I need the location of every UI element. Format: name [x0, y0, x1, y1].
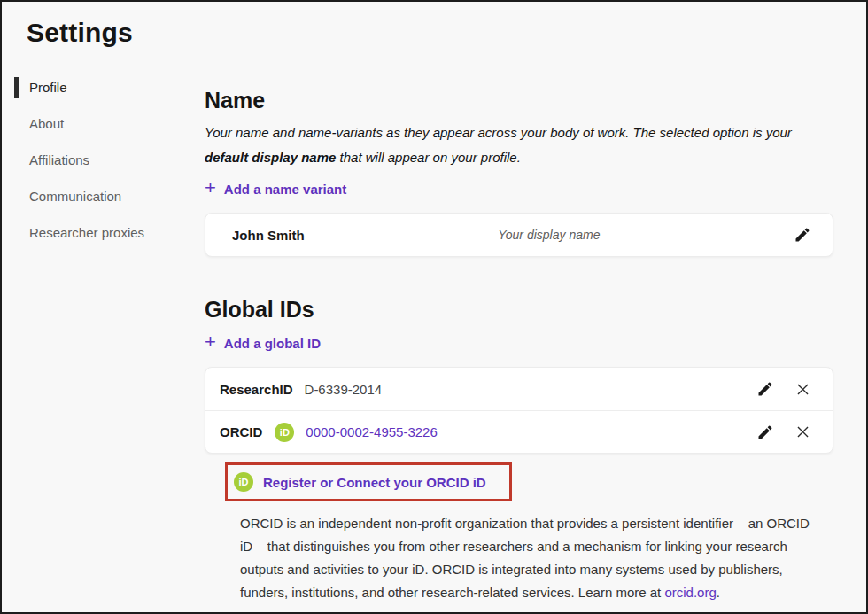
sidebar-item-researcher-proxies[interactable]: Researcher proxies [14, 214, 205, 251]
global-id-label: ResearchID [220, 382, 293, 397]
orcid-description-text: ORCID is an independent non-profit organ… [240, 516, 810, 600]
plus-icon: + [205, 180, 216, 196]
sidebar-item-profile[interactable]: Profile [14, 69, 205, 105]
orcid-badge-text: iD [280, 427, 290, 438]
add-global-id-link[interactable]: + Add a global ID [205, 335, 321, 351]
register-orcid-link[interactable]: Register or Connect your ORCID iD [263, 475, 486, 490]
name-section-description: Your name and name-variants as they appe… [205, 120, 833, 170]
orcid-description-text: . [717, 585, 720, 600]
orcid-description: ORCID is an independent non-profit organ… [240, 512, 825, 604]
sidebar-item-label: Profile [29, 80, 67, 95]
global-id-row-orcid: ORCID iD 0000-0002-4955-3226 [205, 410, 833, 453]
add-name-variant-label: Add a name variant [224, 182, 346, 197]
orcid-id-icon: iD [234, 472, 253, 492]
settings-main: Name Your name and name-variants as they… [205, 69, 866, 604]
settings-page: Settings Profile About Affiliations Comm… [0, 0, 868, 614]
pencil-icon [756, 424, 774, 441]
add-global-id-label: Add a global ID [224, 336, 321, 351]
row-actions [756, 380, 811, 398]
orcid-org-link[interactable]: orcid.org [664, 585, 716, 600]
description-text: that will appear on your profile. [336, 150, 520, 165]
display-name-card: John Smith Your display name [205, 213, 833, 257]
global-id-row-researchid: ResearchID D-6339-2014 [205, 368, 833, 410]
edit-orcid-button[interactable] [756, 424, 774, 441]
display-name-value: John Smith [232, 228, 305, 243]
add-name-variant-link[interactable]: + Add a name variant [205, 181, 346, 197]
edit-name-button[interactable] [794, 226, 811, 244]
pencil-icon [756, 380, 774, 398]
edit-researchid-button[interactable] [756, 380, 774, 398]
close-icon [794, 424, 811, 440]
close-icon [794, 381, 811, 398]
pencil-icon [794, 226, 811, 244]
sidebar-item-label: Researcher proxies [29, 225, 144, 240]
description-text: Your name and name-variants as they appe… [205, 125, 792, 140]
page-title: Settings [27, 14, 866, 51]
sidebar-item-affiliations[interactable]: Affiliations [14, 142, 205, 178]
settings-layout: Profile About Affiliations Communication… [2, 69, 866, 604]
remove-researchid-button[interactable] [794, 381, 811, 398]
sidebar-item-label: About [29, 116, 64, 131]
orcid-connect-highlight-box: iD Register or Connect your ORCID iD [225, 462, 512, 501]
orcid-number-link[interactable]: 0000-0002-4955-3226 [306, 424, 437, 439]
global-id-label: ORCID [220, 424, 262, 439]
remove-orcid-button[interactable] [794, 424, 811, 440]
settings-sidebar: Profile About Affiliations Communication… [2, 69, 205, 604]
global-ids-card: ResearchID D-6339-2014 [205, 367, 833, 454]
orcid-id-icon: iD [275, 423, 294, 442]
row-actions [756, 424, 811, 441]
sidebar-item-about[interactable]: About [14, 105, 205, 142]
display-name-hint: Your display name [305, 228, 794, 242]
sidebar-item-label: Communication [29, 189, 121, 204]
global-id-value: D-6339-2014 [305, 382, 383, 397]
global-ids-section-heading: Global IDs [205, 294, 833, 324]
plus-icon: + [205, 334, 216, 350]
sidebar-item-communication[interactable]: Communication [14, 178, 205, 214]
name-section-heading: Name [205, 85, 833, 115]
sidebar-item-label: Affiliations [29, 152, 89, 167]
description-bold-text: default display name [205, 150, 336, 165]
orcid-badge-text: iD [239, 477, 249, 487]
